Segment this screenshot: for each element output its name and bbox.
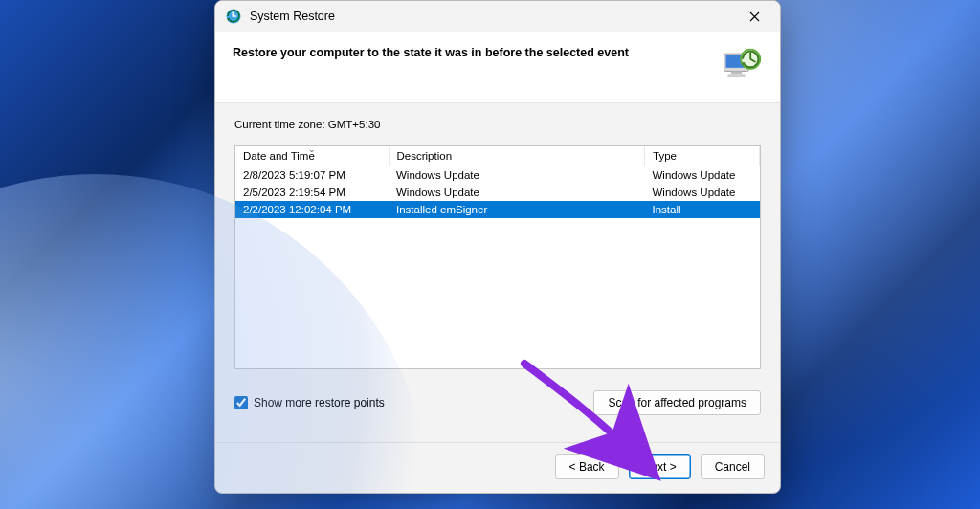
- table-cell-description: Windows Update: [389, 184, 645, 201]
- table-cell-type: Install: [645, 201, 760, 218]
- table-cell-type: Windows Update: [645, 184, 760, 201]
- restore-computer-icon: [721, 45, 763, 87]
- close-button[interactable]: [734, 3, 774, 30]
- column-header-type[interactable]: Type: [645, 146, 760, 166]
- back-button[interactable]: < Back: [555, 454, 619, 479]
- dialog-content: Current time zone: GMT+5:30 Date and Tim…: [215, 103, 780, 442]
- dialog-footer: < Back Next > Cancel: [215, 442, 780, 493]
- dialog-header: Restore your computer to the state it wa…: [215, 32, 780, 103]
- column-header-description[interactable]: Description: [389, 146, 645, 166]
- svg-rect-5: [727, 74, 745, 77]
- table-cell-description: Installed emSigner: [389, 201, 645, 218]
- window-title: System Restore: [250, 10, 335, 23]
- dialog-heading: Restore your computer to the state it wa…: [233, 45, 705, 62]
- table-row[interactable]: 2/5/2023 2:19:54 PMWindows UpdateWindows…: [235, 184, 760, 201]
- cancel-button[interactable]: Cancel: [701, 454, 765, 479]
- table-cell-datetime: 2/2/2023 12:02:04 PM: [235, 201, 389, 218]
- svg-rect-4: [731, 72, 742, 75]
- close-icon: [749, 11, 760, 22]
- table-row[interactable]: 2/8/2023 5:19:07 PMWindows UpdateWindows…: [235, 166, 760, 184]
- column-header-datetime[interactable]: Date and Time ⌄: [235, 146, 389, 166]
- table-cell-datetime: 2/8/2023 5:19:07 PM: [235, 166, 389, 184]
- show-more-label: Show more restore points: [254, 396, 385, 409]
- table-cell-type: Windows Update: [645, 166, 760, 184]
- system-restore-window: System Restore Restore your computer to …: [214, 0, 781, 494]
- table-cell-description: Windows Update: [389, 166, 645, 184]
- restore-points-table[interactable]: Date and Time ⌄ Description Type 2/8/202…: [234, 145, 761, 369]
- show-more-restore-points-checkbox[interactable]: Show more restore points: [234, 396, 385, 409]
- titlebar: System Restore: [215, 1, 780, 32]
- next-button[interactable]: Next >: [629, 454, 691, 479]
- system-restore-icon: [225, 8, 242, 25]
- table-cell-datetime: 2/5/2023 2:19:54 PM: [235, 184, 389, 201]
- sort-descending-icon: ⌄: [308, 145, 316, 154]
- timezone-label: Current time zone: GMT+5:30: [234, 119, 761, 130]
- scan-affected-programs-button[interactable]: Scan for affected programs: [593, 390, 761, 415]
- show-more-checkbox-input[interactable]: [234, 396, 248, 409]
- table-row[interactable]: 2/2/2023 12:02:04 PMInstalled emSignerIn…: [235, 201, 760, 218]
